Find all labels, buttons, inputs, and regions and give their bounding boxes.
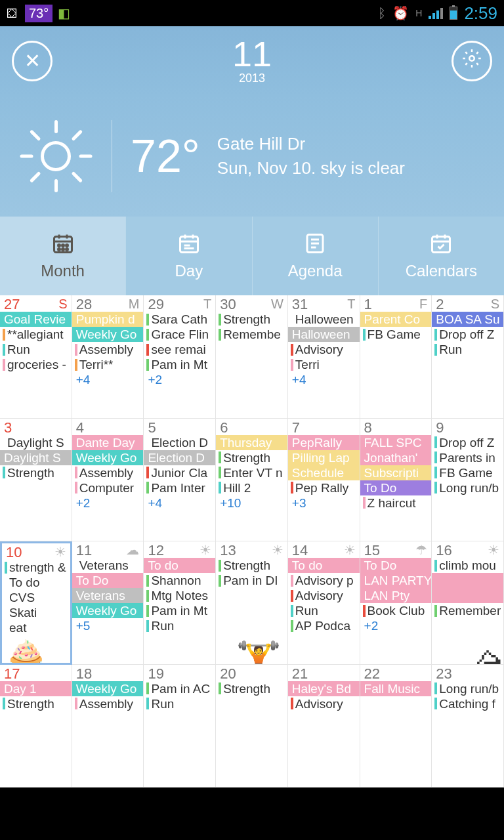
event[interactable]: Pep Rally [288,480,360,495]
more-events[interactable]: +4 [144,495,215,511]
event[interactable]: Jonathan' [360,450,432,465]
event[interactable]: Pam Inter [144,480,215,495]
day-cell[interactable]: 6ThursdayStrengthEnter VT nHill 2+10 [216,419,288,542]
event[interactable]: Catching f [432,696,503,711]
weather-panel[interactable]: 72° Gate Hill Dr Sun, Nov 10. sky is cle… [0,95,504,217]
event[interactable]: Assembly [72,696,144,711]
day-cell[interactable]: 3Daylight SDaylight SStrength [0,419,72,542]
event[interactable]: Computer [72,480,144,495]
day-cell[interactable]: 5Election DElection DJunior ClaPam Inter… [144,419,216,542]
event[interactable]: Terri [288,357,360,372]
day-cell[interactable]: 17Day 1Strength [0,665,72,788]
event[interactable]: eat [2,620,70,635]
day-cell[interactable]: 2SBOA SA SuDrop off ZRun [432,295,504,419]
event[interactable]: Strength [216,312,287,327]
day-cell[interactable]: 18Weekly GoAssembly [72,665,144,788]
event[interactable]: CVS [2,590,70,605]
event[interactable]: Strength [0,465,72,480]
event[interactable]: Mtg Notes [144,588,215,603]
day-cell[interactable]: 30WStrengthRemembe [216,295,288,419]
event[interactable]: BOA SA Su [432,312,503,327]
event[interactable]: Election D [144,435,215,450]
event[interactable]: Run [0,342,72,357]
event[interactable]: To do [144,558,215,573]
event[interactable]: Remembe [216,327,287,342]
event[interactable]: FALL SPC [360,435,432,450]
event[interactable]: Halloween [288,327,360,342]
event[interactable]: Pam in DI [216,573,287,588]
event[interactable]: Thursday [216,435,287,450]
event[interactable]: FB Game [360,327,432,342]
event[interactable]: Veterans [72,558,144,573]
more-events[interactable]: +2 [72,495,144,511]
more-events[interactable]: +4 [288,372,360,387]
event[interactable]: Advisory p [288,573,360,588]
event[interactable]: LAN PARTY! [360,573,432,588]
header-title[interactable]: 11 2013 [232,36,272,85]
event[interactable]: Terri** [72,357,144,372]
day-cell[interactable]: 28MPumpkin dWeekly GoAssemblyTerri**+4 [72,295,144,419]
event[interactable]: Run [288,603,360,618]
day-cell[interactable]: 1FParent CoFB Game [360,295,432,419]
close-button[interactable]: ✕ [12,41,52,81]
event[interactable]: Parents in [432,450,503,465]
event[interactable]: Pam in Mt [144,603,215,618]
event[interactable]: Strength [216,558,287,573]
day-cell[interactable]: 21Haley's BdAdvisory [288,665,360,788]
more-events[interactable]: +5 [72,618,144,633]
event[interactable]: Skati [2,605,70,620]
event[interactable]: Book Club [360,603,432,618]
tab-agenda[interactable]: Agenda [252,217,378,295]
event[interactable]: Weekly Go [72,603,144,618]
more-events[interactable]: +3 [288,495,360,511]
day-cell[interactable]: 19Pam in ACRun [144,665,216,788]
event[interactable]: Halloween [288,312,360,327]
event[interactable]: Haley's Bd [288,681,360,696]
day-cell[interactable]: 16☀climb mouRemember⛰ [432,541,504,665]
day-cell[interactable]: 7PepRallyPilling LapSchedulePep Rally+3 [288,419,360,542]
event[interactable]: Daylight S [0,450,72,465]
event[interactable]: Dante Day [72,435,144,450]
event[interactable]: Shannon [144,573,215,588]
event[interactable]: To do [288,558,360,573]
day-cell[interactable]: 13☀StrengthPam in DI🏋 [216,541,288,665]
event[interactable]: Fall Music [360,681,432,696]
event[interactable]: groceries - [0,357,72,372]
event[interactable]: Parent Co [360,312,432,327]
event[interactable]: climb mou [432,558,503,573]
event[interactable]: Schedule [288,465,360,480]
more-events[interactable]: +2 [144,372,215,387]
event[interactable]: Strength [216,681,287,696]
more-events[interactable]: +4 [72,372,144,387]
event[interactable]: Pilling Lap [288,450,360,465]
event[interactable]: **allegiant [0,327,72,342]
event[interactable]: Advisory [288,696,360,711]
day-cell[interactable]: 11☁VeteransTo DoVeteransWeekly Go+5 [72,541,144,665]
day-cell[interactable]: 27SGoal Revie**allegiantRungroceries - [0,295,72,419]
day-cell[interactable]: 22Fall Music [360,665,432,788]
event[interactable]: To do [2,575,70,590]
day-cell[interactable]: 31THalloweenHalloweenAdvisoryTerri+4 [288,295,360,419]
event[interactable]: Run [432,342,503,357]
event[interactable]: Run [144,696,215,711]
calendar-grid[interactable]: 27SGoal Revie**allegiantRungroceries -28… [0,295,504,788]
event[interactable]: Junior Cla [144,465,215,480]
event[interactable]: Weekly Go [72,327,144,342]
event[interactable]: To Do [360,558,432,573]
event[interactable]: Veterans [72,588,144,603]
event[interactable]: Daylight S [0,435,72,450]
event[interactable]: Pam in Mt [144,357,215,372]
day-cell[interactable]: 29TSara CathGrace Flinsee remaiPam in Mt… [144,295,216,419]
settings-button[interactable] [452,41,492,81]
event[interactable]: To Do [72,573,144,588]
event[interactable]: Z haircut [360,495,432,511]
event[interactable]: FB Game [432,465,503,480]
event[interactable]: Pam in AC [144,681,215,696]
event[interactable]: Remember [432,603,503,618]
event[interactable]: Strength [216,450,287,465]
more-events[interactable]: +2 [360,618,432,633]
event[interactable]: To Do [360,480,432,495]
event[interactable]: Hill 2 [216,480,287,495]
event[interactable]: Weekly Go [72,450,144,465]
event[interactable]: Enter VT n [216,465,287,480]
